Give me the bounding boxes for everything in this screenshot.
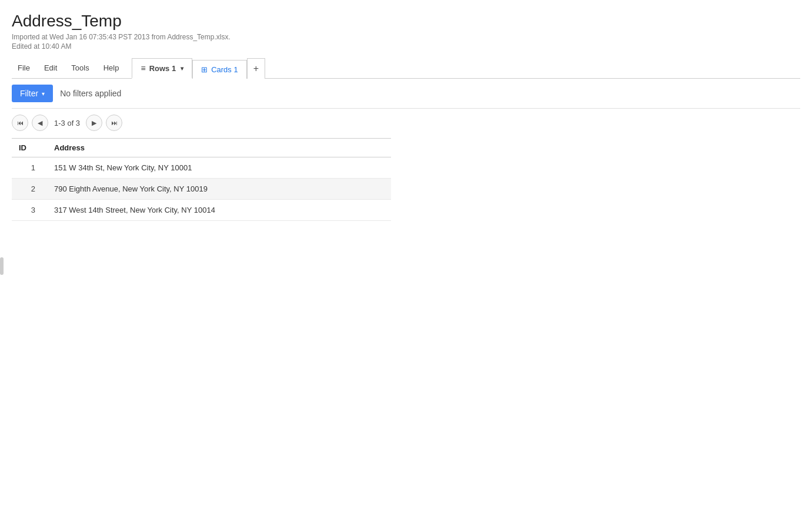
tab-rows-label: Rows 1 [149, 64, 176, 73]
no-filters-text: No filters applied [60, 89, 121, 98]
table-header-row: ID Address [12, 139, 391, 157]
tab-add-button[interactable]: + [247, 58, 265, 79]
menu-tools[interactable]: Tools [65, 60, 95, 76]
cards-icon: ⊞ [201, 65, 208, 74]
table-row: 1151 W 34th St, New York City, NY 10001 [12, 157, 391, 179]
next-icon: ▶ [92, 119, 96, 127]
pagination-first-button[interactable]: ⏮ [12, 115, 28, 131]
column-address-header: Address [47, 139, 391, 157]
pagination-prev-button[interactable]: ◀ [32, 115, 48, 131]
cell-id: 1 [12, 157, 47, 179]
title-section: Address_Temp Imported at Wed Jan 16 07:3… [12, 12, 800, 51]
filter-label: Filter [20, 89, 38, 98]
menu-bar: File Edit Tools Help ≡ Rows 1 ▾ ⊞ Cards … [12, 58, 800, 79]
filter-button[interactable]: Filter ▾ [12, 85, 53, 102]
pagination-info: 1-3 of 3 [54, 119, 80, 127]
menu-edit[interactable]: Edit [38, 60, 63, 76]
column-id-header: ID [12, 139, 47, 157]
filter-dropdown-icon: ▾ [42, 90, 45, 97]
edited-label: Edited at 10:40 AM [12, 42, 800, 51]
cell-address: 790 Eighth Avenue, New York City, NY 100… [47, 179, 391, 200]
rows-dropdown-icon[interactable]: ▾ [181, 65, 183, 72]
tabs-container: ≡ Rows 1 ▾ ⊞ Cards 1 + [132, 58, 265, 78]
tab-cards[interactable]: ⊞ Cards 1 [192, 60, 247, 79]
pagination: ⏮ ◀ 1-3 of 3 ▶ ⏭ [12, 109, 800, 137]
imported-subtitle: Imported at Wed Jan 16 07:35:43 PST 2013… [12, 33, 800, 41]
pagination-last-button[interactable]: ⏭ [106, 115, 122, 131]
table-row: 3317 West 14th Street, New York City, NY… [12, 200, 391, 221]
first-icon: ⏮ [17, 119, 24, 126]
cell-id: 3 [12, 200, 47, 221]
cell-id: 2 [12, 179, 47, 200]
menu-file[interactable]: File [12, 60, 36, 76]
sidebar-indicator [0, 257, 4, 275]
prev-icon: ◀ [38, 119, 42, 127]
menu-help[interactable]: Help [98, 60, 125, 76]
last-icon: ⏭ [111, 119, 118, 126]
pagination-next-button[interactable]: ▶ [86, 115, 102, 131]
tab-rows[interactable]: ≡ Rows 1 ▾ [132, 58, 192, 79]
page-title: Address_Temp [12, 12, 800, 31]
filter-bar: Filter ▾ No filters applied [12, 79, 800, 109]
cell-address: 317 West 14th Street, New York City, NY … [47, 200, 391, 221]
menu-items: File Edit Tools Help [12, 60, 132, 76]
table-row: 2790 Eighth Avenue, New York City, NY 10… [12, 179, 391, 200]
cell-address: 151 W 34th St, New York City, NY 10001 [47, 157, 391, 179]
rows-icon: ≡ [141, 63, 145, 73]
tab-cards-label: Cards 1 [211, 65, 238, 74]
data-table: ID Address 1151 W 34th St, New York City… [12, 138, 391, 221]
